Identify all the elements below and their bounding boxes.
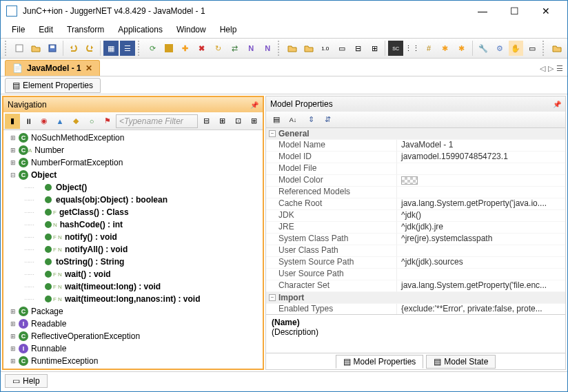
property-row[interactable]: User Class Path (266, 245, 565, 257)
typename-filter-input[interactable]: <Typename Filter (116, 114, 198, 128)
prop-az-icon[interactable]: A↓ (285, 112, 301, 127)
menu-window[interactable]: Window (171, 23, 212, 36)
tab-javamodel[interactable]: 📄 JavaModel - 1 ✕ (5, 60, 100, 76)
expand-icon[interactable]: ⊞ (9, 134, 17, 141)
property-row[interactable]: JDK^jdk() (266, 210, 565, 222)
tree-row[interactable]: ⊞CReflectiveOperationException (3, 330, 263, 342)
property-value[interactable]: ^jdk(jdk).sources (397, 257, 565, 269)
tree-row[interactable]: ⊞CPackage (3, 305, 263, 318)
property-value[interactable]: ^jdk(jdk).jre (397, 222, 565, 234)
prop-collapse-icon[interactable]: ⇵ (320, 112, 335, 127)
tree2-icon[interactable]: ⊞ (367, 41, 382, 56)
help-tab[interactable]: ▭ Help (5, 374, 48, 388)
property-row[interactable]: Character Setjava.lang.System.getPropert… (266, 280, 565, 292)
nav-circle-icon[interactable]: ○ (84, 114, 99, 129)
n-icon[interactable]: N (243, 41, 258, 56)
folder2-icon[interactable] (285, 41, 300, 56)
property-value[interactable] (397, 163, 565, 175)
menu-transform[interactable]: Transform (61, 23, 110, 36)
tree-row[interactable]: ⊞CANumber (3, 144, 263, 156)
tree-row[interactable]: ⋯⋯F Nnotify() : void (3, 231, 263, 243)
property-value[interactable]: java.lang.System.getProperty('file.enc..… (397, 280, 565, 292)
navigation-tree[interactable]: ⊞CNoSuchMethodException⊞CANumber⊞CNumber… (3, 130, 263, 369)
tree-row[interactable]: ⋯⋯F Nwait(timeout:long) : void (3, 280, 263, 293)
star-icon[interactable]: ✱ (438, 41, 453, 56)
sc-icon[interactable]: SC (388, 41, 403, 56)
dotted-icon[interactable]: ⋮⋮ (405, 41, 420, 56)
property-value[interactable] (397, 245, 565, 257)
property-value[interactable] (397, 269, 565, 280)
expand-icon[interactable]: ⊞ (9, 147, 17, 154)
property-row[interactable]: User Source Path (266, 269, 565, 280)
property-row[interactable]: Model Color (266, 175, 565, 187)
tab-element-properties[interactable]: ▤ Element Properties (5, 78, 101, 93)
tree-row[interactable]: ⋯⋯Object() (3, 181, 263, 194)
add-icon[interactable]: ✚ (178, 41, 193, 56)
expand-icon[interactable]: ⊞ (9, 345, 17, 352)
undo-icon[interactable] (66, 41, 81, 56)
tree-row[interactable]: ⋯⋯F Nwait() : void (3, 268, 263, 280)
color-swatch[interactable] (401, 176, 418, 185)
save-icon[interactable] (45, 41, 60, 56)
menu-edit[interactable]: Edit (33, 23, 59, 36)
toolbar-grip[interactable] (278, 41, 282, 56)
tree-row[interactable]: ⋯⋯NhashCode() : int (3, 218, 263, 231)
nav-stop-icon[interactable]: ◉ (37, 114, 52, 129)
property-value[interactable] (397, 175, 565, 187)
property-value[interactable]: {exclude:'**Error', private:false, prote… (397, 304, 565, 314)
property-row[interactable]: Model IDjavamodel.1599074854723.1 (266, 152, 565, 163)
tab-prev-icon[interactable]: ◁ (540, 64, 545, 73)
grid-icon[interactable]: ▦ (103, 41, 119, 56)
expand-icon[interactable]: ⊟ (9, 172, 17, 178)
tab-next-icon[interactable]: ▷ (548, 64, 554, 73)
hand-icon[interactable]: ✋ (509, 41, 524, 56)
maximize-button[interactable]: ☐ (498, 1, 530, 21)
expand-icon[interactable]: ⊞ (9, 159, 17, 166)
property-value[interactable]: ^jre(jre).systemclasspath (397, 234, 565, 245)
property-value[interactable]: java.lang.System.getProperty('java.io...… (397, 198, 565, 210)
tab-close-icon[interactable]: ✕ (85, 63, 92, 73)
nav-play-icon[interactable]: ▲ (52, 114, 68, 129)
property-row[interactable]: System Class Path^jre(jre).systemclasspa… (266, 234, 565, 245)
pin-icon[interactable]: 📌 (250, 101, 258, 109)
n2-icon[interactable]: N (260, 41, 275, 56)
pin-icon[interactable]: 📌 (553, 101, 561, 108)
redo-icon[interactable] (82, 41, 97, 56)
new-icon[interactable] (12, 41, 27, 56)
property-row[interactable]: System Source Path^jdk(jdk).sources (266, 257, 565, 269)
folder3-icon[interactable] (301, 41, 316, 56)
property-value[interactable] (397, 187, 565, 198)
tree-row[interactable]: ⊞IRunnable (3, 342, 263, 355)
property-row[interactable]: Model NameJavaModel - 1 (266, 140, 565, 152)
property-row[interactable]: Cache Rootjava.lang.System.getProperty('… (266, 198, 565, 210)
hash-icon[interactable]: # (421, 41, 436, 56)
tab-model-properties[interactable]: ▤ Model Properties (336, 355, 424, 369)
menu-applications[interactable]: Applications (112, 23, 168, 36)
window2-icon[interactable]: ▭ (334, 41, 349, 56)
property-row[interactable]: JRE^jdk(jdk).jre (266, 222, 565, 234)
property-value[interactable]: javamodel.1599074854723.1 (397, 152, 565, 163)
property-row[interactable]: Enabled Types{exclude:'**Error', private… (266, 304, 565, 314)
prop-expand-icon[interactable]: ⇕ (303, 112, 318, 127)
tree-row[interactable]: ⋯⋯equals(obj:Object) : boolean (3, 194, 263, 206)
tab-model-state[interactable]: ▤ Model State (426, 355, 496, 369)
nav-diamond-icon[interactable]: ◆ (68, 114, 83, 129)
tree-row[interactable]: ⋯⋯toString() : String (3, 256, 263, 268)
menu-help[interactable]: Help (214, 23, 243, 36)
expand-icon[interactable]: ⊞ (9, 333, 17, 340)
property-group[interactable]: − General (266, 128, 565, 140)
refresh2-icon[interactable]: ↻ (211, 41, 226, 56)
tree-row[interactable]: ⊞CNumberFormatException (3, 156, 263, 169)
zoom-label[interactable]: 1.0 (318, 41, 333, 56)
property-value[interactable]: JavaModel - 1 (397, 140, 565, 152)
collapse-icon[interactable]: − (269, 130, 276, 137)
wrench-icon[interactable]: 🔧 (476, 41, 491, 56)
tab-menu-icon[interactable]: ☰ (556, 64, 563, 73)
tree-row[interactable]: ⊞IReadable (3, 318, 263, 330)
tree-row[interactable]: ⋯⋯F Nwait(timeout:long,nanos:int) : void (3, 293, 263, 305)
remove-icon[interactable]: ✖ (194, 41, 210, 56)
minimize-button[interactable]: — (467, 1, 498, 21)
collapse-icon[interactable]: − (269, 294, 276, 301)
list-icon[interactable]: ☰ (120, 41, 135, 56)
expand-icon[interactable]: ⊞ (9, 358, 17, 364)
